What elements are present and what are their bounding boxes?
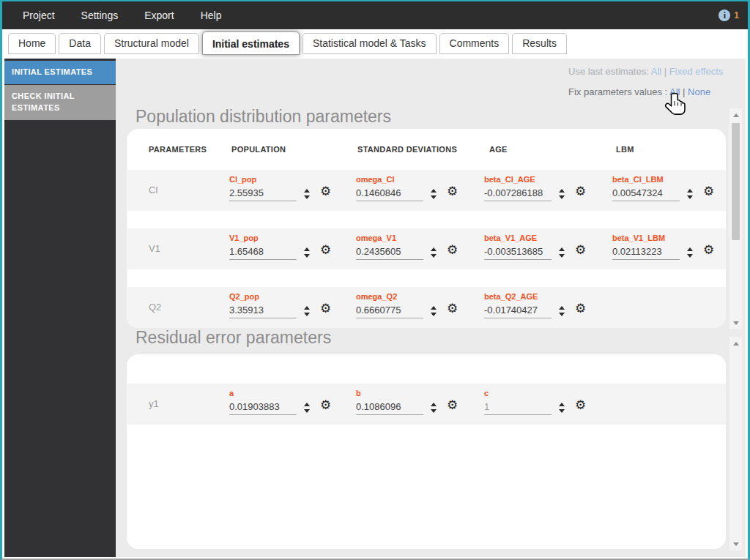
spinner-down-icon[interactable] bbox=[431, 409, 437, 413]
spinner-down-icon[interactable] bbox=[687, 254, 693, 258]
spinner-down-icon[interactable] bbox=[304, 195, 310, 199]
value-input[interactable]: 0.02113223 bbox=[612, 246, 680, 260]
value-input[interactable]: -0.003513685 bbox=[484, 246, 552, 260]
spinner-up-icon[interactable] bbox=[304, 306, 310, 310]
value-spinner[interactable] bbox=[559, 247, 565, 258]
parameter-label: Cl bbox=[149, 184, 157, 195]
value-spinner[interactable] bbox=[304, 247, 310, 258]
value-spinner[interactable] bbox=[304, 189, 310, 199]
value-spinner[interactable] bbox=[304, 403, 310, 413]
gear-icon[interactable]: ⚙ bbox=[703, 185, 714, 198]
parameter-name-label: b bbox=[356, 389, 361, 397]
spinner-up-icon[interactable] bbox=[431, 189, 437, 193]
tab-data[interactable]: Data bbox=[59, 33, 101, 54]
spinner-up-icon[interactable] bbox=[559, 247, 565, 251]
population-scrollbar[interactable] bbox=[729, 108, 742, 329]
spinner-down-icon[interactable] bbox=[559, 313, 565, 316]
value-spinner[interactable] bbox=[431, 306, 437, 316]
residual-scrollbar[interactable] bbox=[729, 337, 742, 550]
scroll-down-icon[interactable] bbox=[729, 539, 742, 549]
value-input[interactable]: 1 bbox=[484, 401, 552, 415]
fix-none-link[interactable]: None bbox=[688, 86, 710, 97]
spinner-down-icon[interactable] bbox=[431, 313, 437, 316]
spinner-down-icon[interactable] bbox=[431, 195, 437, 199]
value-spinner[interactable] bbox=[431, 247, 437, 258]
spinner-up-icon[interactable] bbox=[304, 403, 310, 406]
value-input[interactable]: 0.6660775 bbox=[356, 305, 423, 318]
value-spinner[interactable] bbox=[431, 403, 437, 413]
spinner-up-icon[interactable] bbox=[687, 247, 693, 251]
spinner-up-icon[interactable] bbox=[559, 306, 565, 310]
scroll-down-icon[interactable] bbox=[729, 318, 742, 328]
sidebar-item-initial-estimates[interactable]: INITIAL ESTIMATES bbox=[4, 61, 116, 84]
spinner-down-icon[interactable] bbox=[559, 254, 565, 258]
gear-icon[interactable]: ⚙ bbox=[575, 399, 586, 411]
sidebar-item-check-initial-estimates[interactable]: CHECK INITIAL ESTIMATES bbox=[4, 85, 116, 120]
menu-item-settings[interactable]: Settings bbox=[68, 1, 132, 29]
spinner-up-icon[interactable] bbox=[559, 189, 565, 193]
scroll-up-icon[interactable] bbox=[729, 338, 742, 348]
value-input[interactable]: 0.1086096 bbox=[356, 401, 423, 415]
scroll-up-icon[interactable] bbox=[729, 110, 742, 120]
gear-icon[interactable]: ⚙ bbox=[447, 185, 458, 198]
gear-icon[interactable]: ⚙ bbox=[320, 302, 331, 315]
menu-item-help[interactable]: Help bbox=[188, 1, 235, 29]
gear-icon[interactable]: ⚙ bbox=[320, 185, 331, 198]
gear-icon[interactable]: ⚙ bbox=[447, 399, 458, 411]
value-spinner[interactable] bbox=[559, 189, 565, 199]
gear-icon[interactable]: ⚙ bbox=[320, 399, 331, 411]
value-input[interactable]: 0.01903883 bbox=[229, 401, 297, 415]
spinner-down-icon[interactable] bbox=[304, 313, 310, 316]
gear-icon[interactable]: ⚙ bbox=[320, 244, 331, 256]
gear-icon[interactable]: ⚙ bbox=[575, 302, 586, 315]
gear-icon[interactable]: ⚙ bbox=[575, 244, 586, 256]
spinner-up-icon[interactable] bbox=[304, 189, 310, 193]
parameter-name-label: omega_Cl bbox=[356, 175, 395, 184]
spinner-down-icon[interactable] bbox=[559, 195, 565, 199]
spinner-down-icon[interactable] bbox=[559, 409, 565, 413]
value-spinner[interactable] bbox=[304, 306, 310, 316]
tab-results[interactable]: Results bbox=[512, 33, 567, 54]
column-header: STANDARD DEVIATIONS bbox=[357, 145, 457, 154]
value-input[interactable]: 0.2435605 bbox=[356, 246, 423, 260]
spinner-up-icon[interactable] bbox=[431, 306, 437, 310]
value-input[interactable]: -0.01740427 bbox=[484, 305, 552, 318]
value-spinner[interactable] bbox=[687, 247, 693, 258]
value-input[interactable]: 0.00547324 bbox=[612, 187, 680, 201]
tab-statistical-model-tasks[interactable]: Statistical model & Tasks bbox=[302, 33, 437, 54]
spinner-up-icon[interactable] bbox=[431, 247, 437, 251]
value-input[interactable]: 3.35913 bbox=[229, 305, 297, 318]
value-spinner[interactable] bbox=[559, 306, 565, 316]
spinner-down-icon[interactable] bbox=[304, 409, 310, 413]
gear-icon[interactable]: ⚙ bbox=[703, 244, 714, 256]
info-icon[interactable]: i bbox=[719, 10, 730, 21]
gear-icon[interactable]: ⚙ bbox=[447, 302, 458, 315]
spinner-down-icon[interactable] bbox=[687, 195, 693, 199]
table-row: ClCl_pop2.55935⚙omega_Cl0.1460846⚙beta_C… bbox=[127, 170, 726, 211]
spinner-up-icon[interactable] bbox=[431, 403, 437, 406]
value-spinner[interactable] bbox=[431, 189, 437, 199]
value-input[interactable]: 0.1460846 bbox=[356, 187, 423, 201]
spinner-up-icon[interactable] bbox=[304, 247, 310, 251]
fix-all-link[interactable]: All bbox=[669, 86, 680, 97]
gear-icon[interactable]: ⚙ bbox=[575, 185, 586, 198]
value-input[interactable]: 1.65468 bbox=[229, 246, 297, 260]
spinner-up-icon[interactable] bbox=[559, 403, 565, 406]
scrollbar-thumb[interactable] bbox=[732, 123, 740, 240]
tab-structural-model[interactable]: Structural model bbox=[104, 33, 199, 54]
menu-item-project[interactable]: Project bbox=[10, 1, 68, 29]
tab-comments[interactable]: Comments bbox=[439, 33, 510, 54]
value-spinner[interactable] bbox=[687, 189, 693, 199]
tab-initial-estimates[interactable]: Initial estimates bbox=[202, 31, 300, 55]
spinner-down-icon[interactable] bbox=[431, 254, 437, 258]
value-input[interactable]: -0.007286188 bbox=[484, 187, 552, 201]
use-last-all-link[interactable]: All bbox=[651, 66, 661, 77]
menu-item-export[interactable]: Export bbox=[131, 1, 187, 29]
spinner-up-icon[interactable] bbox=[687, 189, 693, 193]
use-last-fixed-effects-link[interactable]: Fixed effects bbox=[669, 66, 723, 77]
value-input[interactable]: 2.55935 bbox=[229, 187, 297, 201]
gear-icon[interactable]: ⚙ bbox=[447, 244, 458, 256]
value-spinner[interactable] bbox=[559, 403, 565, 413]
spinner-down-icon[interactable] bbox=[304, 254, 310, 258]
tab-home[interactable]: Home bbox=[8, 33, 56, 54]
